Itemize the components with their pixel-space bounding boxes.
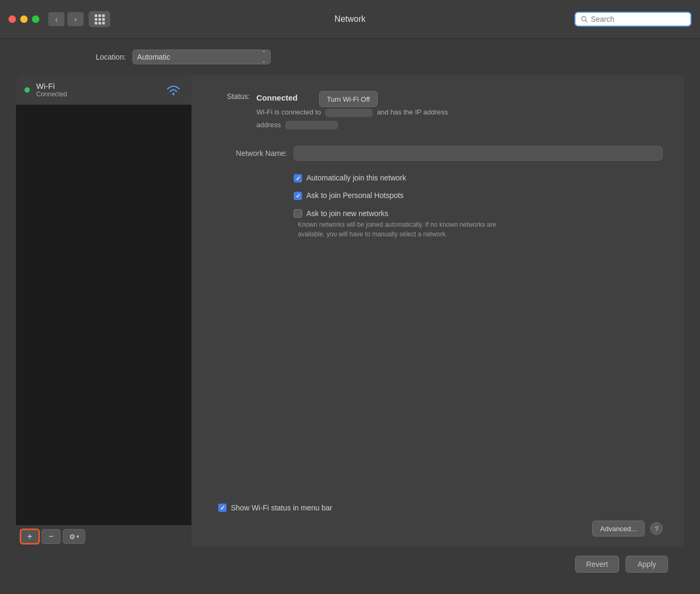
revert-button[interactable]: Revert [575, 556, 619, 573]
location-row: Location: Automatic ⌃⌄ [16, 50, 684, 64]
network-name-row: Network Name: [218, 146, 663, 161]
close-button[interactable] [9, 15, 16, 23]
ip-address-blur [285, 121, 338, 129]
search-box[interactable] [574, 12, 691, 27]
sidebar-empty [16, 105, 191, 525]
advanced-button[interactable]: Advanced... [592, 521, 645, 537]
sidebar-item-wifi[interactable]: Wi-Fi Connected [16, 75, 191, 105]
search-icon [581, 15, 588, 23]
grid-button[interactable] [88, 11, 111, 28]
status-row: Status: Connected Turn Wi-Fi Off Wi-Fi i… [218, 91, 663, 130]
back-button[interactable]: ‹ [48, 12, 65, 27]
ask-hotspots-label: Ask to join Personal Hotspots [306, 191, 404, 200]
checkmark-icon: ✓ [220, 505, 225, 512]
svg-point-2 [172, 93, 174, 95]
nav-buttons: ‹ › [48, 12, 84, 27]
auto-join-label: Automatically join this network [306, 174, 406, 182]
window-footer: Revert Apply [16, 547, 684, 583]
sidebar-footer: + − ⚙ ▾ [16, 525, 191, 547]
status-description: Wi-Fi is connected to and has the IP add… [256, 107, 663, 130]
ask-hotspots-checkbox[interactable]: ✓ [294, 192, 302, 200]
sidebar-item-status: Connected [36, 90, 157, 98]
ask-new-networks-label: Ask to join new networks [306, 209, 388, 218]
checkmark-icon: ✓ [296, 193, 301, 200]
location-select[interactable]: Automatic [132, 50, 271, 64]
sidebar-item-name: Wi-Fi [36, 81, 157, 90]
window-controls [9, 15, 39, 23]
right-panel: Status: Connected Turn Wi-Fi Off Wi-Fi i… [191, 75, 684, 547]
show-wifi-row: ✓ Show Wi-Fi status in menu bar [218, 504, 663, 512]
search-input[interactable] [591, 15, 685, 23]
maximize-button[interactable] [32, 15, 39, 23]
titlebar: ‹ › Network [0, 0, 700, 39]
minimize-button[interactable] [20, 15, 28, 23]
status-value: Connected [256, 93, 298, 102]
grid-icon [95, 14, 105, 24]
advanced-row: Advanced... ? [218, 521, 663, 537]
remove-network-button[interactable]: − [41, 529, 61, 544]
wifi-signal-icon [164, 82, 183, 97]
status-field-label: Status: [218, 91, 250, 101]
sidebar: Wi-Fi Connected + − ⚙ ▾ [16, 75, 191, 547]
bottom-area: ✓ Show Wi-Fi status in menu bar Advanced… [218, 504, 663, 537]
forward-button[interactable]: › [67, 12, 84, 27]
status-dot-connected [24, 87, 30, 93]
gear-settings-button[interactable]: ⚙ ▾ [63, 529, 85, 544]
ask-hotspots-row: ✓ Ask to join Personal Hotspots [294, 191, 663, 200]
apply-button[interactable]: Apply [626, 556, 668, 573]
svg-line-1 [586, 20, 587, 22]
connected-network-blur [325, 109, 373, 117]
ask-new-networks-row: Ask to join new networks Known networks … [294, 209, 663, 239]
show-wifi-checkbox[interactable]: ✓ [218, 504, 227, 512]
network-name-input[interactable] [294, 146, 663, 161]
chevron-icon: ▾ [77, 534, 79, 539]
status-content: Connected Turn Wi-Fi Off Wi-Fi is connec… [256, 91, 663, 130]
gear-icon: ⚙ [69, 533, 76, 541]
turn-wifi-button[interactable]: Turn Wi-Fi Off [319, 91, 378, 107]
sidebar-item-info: Wi-Fi Connected [36, 81, 157, 98]
auto-join-checkbox[interactable]: ✓ [294, 174, 302, 183]
panel-area: Wi-Fi Connected + − ⚙ ▾ [16, 75, 684, 547]
auto-join-row: ✓ Automatically join this network [294, 174, 663, 183]
network-name-label: Network Name: [218, 149, 287, 158]
location-label: Location: [96, 53, 126, 61]
checkmark-icon: ✓ [296, 175, 301, 182]
window-title: Network [335, 14, 366, 24]
add-network-button[interactable]: + [20, 529, 39, 544]
ask-new-networks-sublabel: Known networks will be joined automatica… [298, 220, 521, 239]
location-select-wrapper: Automatic ⌃⌄ [132, 50, 271, 64]
show-wifi-label: Show Wi-Fi status in menu bar [231, 504, 332, 512]
help-button[interactable]: ? [650, 522, 663, 535]
main-content: Location: Automatic ⌃⌄ Wi-Fi Connected [0, 39, 700, 594]
ask-new-networks-checkbox[interactable] [294, 209, 302, 218]
